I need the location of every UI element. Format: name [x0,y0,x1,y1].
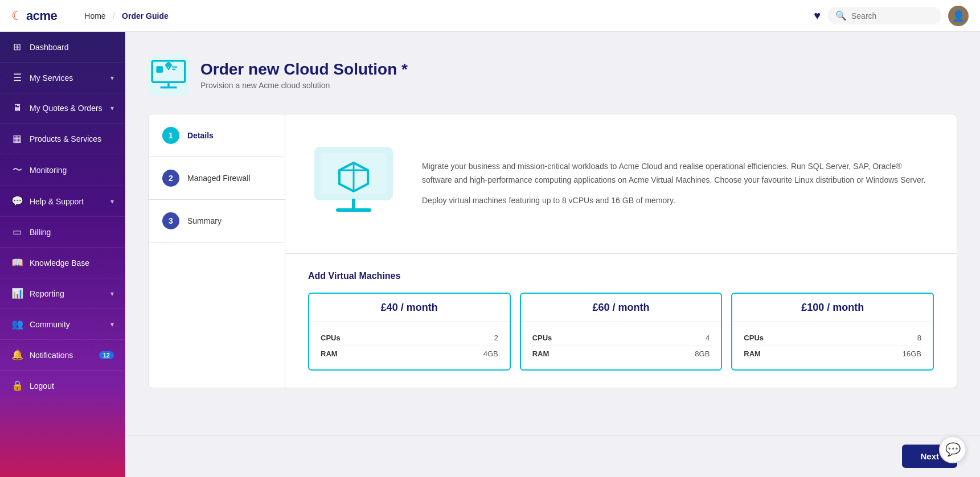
top-nav-right: ♥ 🔍 👤 [814,6,969,26]
my-services-icon: ☰ [11,72,23,84]
sidebar-item-community[interactable]: 👥 Community ▾ [0,309,125,340]
monitoring-icon: 〜 [11,163,23,176]
vm-spec-ram-3: RAM 16GB [744,346,921,361]
favorites-button[interactable]: ♥ [814,9,821,22]
vm-card-1[interactable]: £40 / month CPUs 2 RAM 4GB [308,293,511,371]
chevron-down-icon: ▾ [110,104,114,112]
vm-spec-value: 8 [917,334,921,342]
vm-spec-value: 4 [706,334,710,342]
wizard-step-2[interactable]: 2 Managed Firewall [149,157,285,200]
sidebar-item-help[interactable]: 💬 Help & Support ▾ [0,186,125,217]
chevron-down-icon: ▾ [110,290,114,298]
knowledge-icon: 📖 [11,257,23,269]
products-icon: ▦ [11,133,23,145]
vm-spec-ram-1: RAM 4GB [321,346,498,361]
vm-spec-label: RAM [532,349,550,358]
step-num-3: 3 [162,212,179,229]
sidebar-item-billing[interactable]: ▭ Billing [0,217,125,248]
sidebar-label: Logout [30,381,114,390]
vm-card-2[interactable]: £60 / month CPUs 4 RAM 8GB [520,293,723,371]
page-content: Order new Cloud Solution * Provision a n… [125,32,980,435]
vm-spec-label: CPUs [321,334,341,342]
sidebar-item-products[interactable]: ▦ Products & Services [0,124,125,154]
vm-spec-value: 4GB [483,349,498,358]
cloud-monitor-icon [148,35,189,115]
svg-point-4 [166,62,171,67]
dashboard-icon: ⊞ [11,41,23,53]
cloud-monitor-large [308,137,399,231]
help-icon: 💬 [11,195,23,207]
page-icon-box [148,55,189,96]
sidebar-label: Help & Support [30,197,104,206]
sidebar-item-logout[interactable]: 🔒 Logout [0,371,125,401]
page-subtitle: Provision a new Acme cloud solution [200,81,408,90]
vm-spec-cpu-3: CPUs 8 [744,330,921,346]
vm-spec-cpu-2: CPUs 4 [532,330,710,346]
sidebar-item-notifications[interactable]: 🔔 Notifications 12 [0,340,125,371]
sidebar-label: Dashboard [30,43,114,52]
sidebar-item-my-quotes[interactable]: 🖥 My Quotes & Orders ▾ [0,93,125,124]
vm-spec-value: 2 [494,334,498,342]
desc-para-1: Migrate your business and mission-critic… [422,160,934,187]
logo[interactable]: ☾ acme [11,9,57,23]
nav-home[interactable]: Home [80,9,110,23]
chevron-down-icon: ▾ [110,74,114,82]
bottom-bar: Next [125,435,980,477]
search-input[interactable] [851,11,931,20]
step-label-1: Details [187,131,214,140]
vm-spec-cpu-1: CPUs 2 [321,330,498,346]
top-navigation: ☾ acme Home / Order Guide ♥ 🔍 👤 [0,0,980,32]
reporting-icon: 📊 [11,287,23,299]
page-header: Order new Cloud Solution * Provision a n… [148,55,957,96]
breadcrumb: Home / Order Guide [80,9,805,23]
desc-para-2: Deploy virtual machines featuring up to … [422,194,934,208]
wizard-step-1[interactable]: 1 Details [149,114,285,157]
sidebar-label: My Quotes & Orders [30,104,104,113]
sidebar-item-knowledge[interactable]: 📖 Knowledge Base [0,248,125,278]
logo-text: acme [26,9,57,23]
vm-card-1-body: CPUs 2 RAM 4GB [309,322,510,369]
billing-icon: ▭ [11,226,23,238]
sidebar: ⊞ Dashboard ☰ My Services ▾ 🖥 My Quotes … [0,32,125,477]
sidebar-item-reporting[interactable]: 📊 Reporting ▾ [0,278,125,309]
vm-section-title: Add Virtual Machines [308,271,934,281]
search-icon: 🔍 [835,10,847,21]
vm-card-3-body: CPUs 8 RAM 16GB [732,322,933,369]
vm-spec-label: CPUs [744,334,764,342]
wizard-main-panel: Migrate your business and mission-critic… [285,114,957,388]
community-icon: 👥 [11,318,23,330]
avatar[interactable]: 👤 [948,6,969,26]
sidebar-label: Monitoring [30,166,114,175]
my-quotes-icon: 🖥 [11,102,23,114]
vm-card-2-body: CPUs 4 RAM 8GB [521,322,721,369]
search-area: 🔍 [827,7,941,24]
sidebar-label: Products & Services [30,134,114,143]
chevron-down-icon: ▾ [110,320,114,328]
wizard-steps: 1 Details 2 Managed Firewall 3 Summary [149,114,285,388]
sidebar-item-my-services[interactable]: ☰ My Services ▾ [0,63,125,93]
sidebar-label: Knowledge Base [30,258,114,268]
logo-icon: ☾ [11,9,23,23]
sidebar-label: Notifications [30,351,92,360]
sidebar-item-monitoring[interactable]: 〜 Monitoring [0,154,125,186]
chevron-down-icon: ▾ [110,198,114,205]
sidebar-label: My Services [30,73,104,83]
notifications-icon: 🔔 [11,349,23,361]
chat-bubble-button[interactable]: 💬 [939,436,966,463]
page-title: Order new Cloud Solution * [200,60,408,79]
vm-card-3-price: £100 / month [732,294,933,322]
nav-order-guide[interactable]: Order Guide [117,9,173,23]
step-num-1: 1 [162,127,179,144]
sidebar-label: Reporting [30,289,104,298]
vm-spec-ram-2: RAM 8GB [532,346,710,361]
vm-spec-label: RAM [321,349,338,358]
vm-card-1-price: £40 / month [309,294,510,322]
description-area: Migrate your business and mission-critic… [285,114,957,254]
sidebar-item-dashboard[interactable]: ⊞ Dashboard [0,32,125,63]
vm-cards: £40 / month CPUs 2 RAM 4GB [308,293,934,371]
svg-rect-3 [156,66,163,73]
vm-section: Add Virtual Machines £40 / month CPUs 2 [285,254,957,388]
chat-icon: 💬 [945,442,961,457]
vm-card-3[interactable]: £100 / month CPUs 8 RAM 16GB [731,293,934,371]
wizard-step-3[interactable]: 3 Summary [149,200,285,242]
